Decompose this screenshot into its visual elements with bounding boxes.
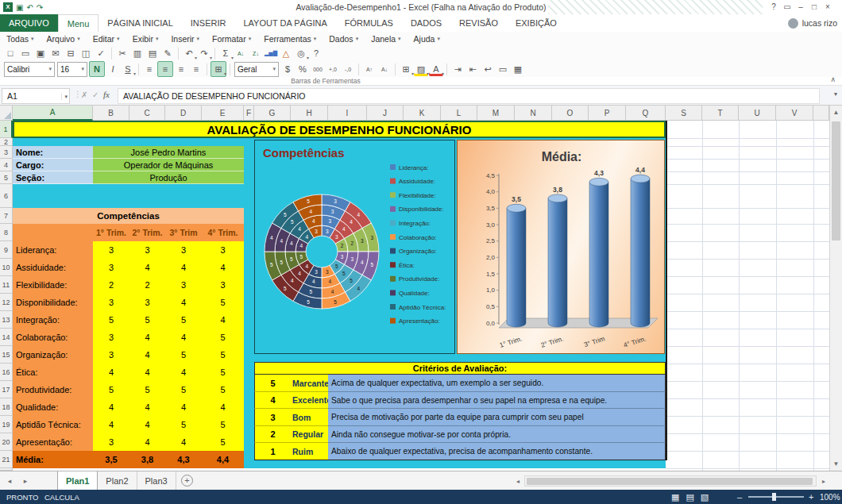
competencia-value-cell[interactable]: 3 (93, 346, 129, 364)
minimize-icon[interactable]: – (794, 1, 807, 13)
bold-icon[interactable]: N (89, 61, 105, 77)
trim-header-cell[interactable]: 4° Trim. (202, 224, 244, 241)
competencia-value-cell[interactable]: 4 (165, 364, 202, 381)
criteria-score-cell[interactable]: 1 (254, 443, 291, 460)
competencia-label-cell[interactable]: Aptidão Técnica: (13, 416, 93, 433)
competencia-value-cell[interactable]: 5 (165, 311, 202, 329)
competencia-value-cell[interactable]: 4 (129, 433, 165, 451)
criteria-name-cell[interactable]: Ruim (291, 443, 328, 460)
competencia-value-cell[interactable]: 4 (129, 329, 165, 346)
media-chart[interactable]: Média:0,00,51,01,52,02,53,03,54,04,53,51… (457, 140, 665, 354)
competencia-value-cell[interactable]: 5 (202, 364, 244, 381)
col-header-G[interactable]: G (254, 106, 291, 121)
zoom-in-icon[interactable]: + (809, 492, 813, 502)
zoom-slider[interactable] (748, 496, 804, 498)
chart-wizard-icon[interactable]: ▂▅▇ (264, 46, 278, 60)
ribbon-tab-f-rmulas[interactable]: FÓRMULAS (336, 14, 402, 32)
competencia-value-cell[interactable]: 4 (93, 364, 129, 381)
competencia-value-cell[interactable]: 5 (202, 346, 244, 364)
competencia-value-cell[interactable]: 5 (93, 381, 129, 398)
enter-icon[interactable]: ✓ (92, 90, 98, 99)
font-name-combo[interactable]: Calibri▾ (4, 62, 55, 77)
scroll-down-icon[interactable]: ▼ (830, 457, 842, 471)
help-icon[interactable]: ? (767, 1, 780, 13)
close-icon[interactable]: × (821, 1, 834, 13)
competencia-value-cell[interactable]: 4 (93, 416, 129, 433)
expand-formula-bar-icon[interactable]: ▾ (834, 90, 837, 98)
competencia-value-cell[interactable]: 5 (202, 294, 244, 311)
merge-center-icon[interactable]: ⊞▾ (210, 61, 226, 77)
competencia-value-cell[interactable]: 4 (202, 259, 244, 276)
col-header-U[interactable]: U (739, 106, 776, 121)
competencia-value-cell[interactable]: 3 (93, 433, 129, 451)
row-header-17[interactable]: 17 (0, 381, 13, 398)
media-label-cell[interactable]: Média: (13, 451, 93, 468)
competencias-header-cell[interactable]: Competências (13, 208, 244, 224)
zoom-level[interactable]: 100% (820, 493, 840, 502)
menu-exibir[interactable]: Exibir▾ (133, 34, 159, 44)
ribbon-display-options-icon[interactable]: ▭ (781, 1, 794, 13)
row-header-8[interactable]: 8 (0, 224, 13, 241)
competencia-value-cell[interactable]: 3 (93, 241, 129, 259)
sort-descending-icon[interactable]: Z↓ (249, 46, 263, 60)
competencia-value-cell[interactable]: 5 (165, 381, 202, 398)
zoom-out-icon[interactable]: – (737, 492, 742, 502)
sheet-title-cell[interactable]: AVALIAÇÃO DE DESEMPENHO FUNCIONÁRIO (13, 121, 666, 138)
competencia-value-cell[interactable]: 4 (202, 311, 244, 329)
decrease-decimal-icon[interactable]: -,0 (341, 62, 355, 76)
comment-icon[interactable]: ▭ (496, 62, 510, 76)
row-header-12[interactable]: 12 (0, 294, 13, 311)
row-header-14[interactable]: 14 (0, 329, 13, 346)
competencia-value-cell[interactable]: 5 (165, 346, 202, 364)
menu-janela[interactable]: Janela▾ (371, 34, 400, 44)
col-header-partial[interactable] (813, 106, 829, 121)
new-file-icon[interactable]: □ (3, 46, 17, 60)
menu-ferramentas[interactable]: Ferramentas▾ (264, 34, 316, 44)
competencia-value-cell[interactable]: 3 (165, 241, 202, 259)
info-value-cell[interactable]: José Pedro Martins (93, 146, 244, 159)
sheet-tab-plan2[interactable]: Plan2 (98, 471, 137, 490)
row-header-19[interactable]: 19 (0, 416, 13, 433)
row-header-10[interactable]: 10 (0, 259, 13, 276)
criteria-desc-cell[interactable]: Precisa de motivação por parte da equipe… (328, 409, 666, 426)
menu-formatar[interactable]: Formatar▾ (212, 34, 251, 44)
sort-ascending-icon[interactable]: A↓ (234, 46, 248, 60)
zoom-slider-thumb[interactable] (772, 493, 776, 501)
criteria-score-cell[interactable]: 2 (254, 426, 291, 443)
status-calc[interactable]: CALCULA (44, 493, 79, 502)
align-left-icon[interactable]: ≡ (142, 62, 156, 76)
align-right-icon[interactable]: ≡ (174, 62, 188, 76)
menu-dados[interactable]: Dados▾ (329, 34, 358, 44)
competencia-value-cell[interactable]: 4 (129, 346, 165, 364)
row-header-20[interactable]: 20 (0, 433, 13, 451)
competencia-value-cell[interactable]: 4 (202, 398, 244, 416)
competencia-label-cell[interactable]: Flexibilidade: (13, 276, 93, 294)
wrap-text-icon[interactable]: ↩ (481, 62, 495, 76)
col-header-M[interactable]: M (477, 106, 515, 121)
row-header-1[interactable]: 1 (0, 121, 13, 138)
tab-scroll-left-icon[interactable]: ◂ (3, 475, 16, 487)
row-header-13[interactable]: 13 (0, 311, 13, 329)
drawing-icon[interactable]: △ (279, 46, 293, 60)
competencia-value-cell[interactable]: 4 (165, 398, 202, 416)
competencia-value-cell[interactable]: 5 (202, 416, 244, 433)
email-icon[interactable]: ✉ (48, 46, 63, 60)
row-header-4[interactable]: 4 (0, 159, 13, 171)
competencia-label-cell[interactable]: Integração: (13, 311, 93, 329)
open-icon[interactable]: ▭ (18, 46, 33, 60)
select-all-corner[interactable] (0, 106, 13, 121)
row-header-7[interactable]: 7 (0, 208, 13, 224)
competencia-value-cell[interactable]: 5 (202, 381, 244, 398)
align-center-icon[interactable]: ≡ (157, 61, 173, 77)
sheet-tab-plan3[interactable]: Plan3 (137, 471, 176, 490)
col-header-I[interactable]: I (328, 106, 367, 121)
competencia-label-cell[interactable]: Colaboração: (13, 329, 93, 346)
trim-header-cell[interactable]: 1° Trim. (93, 224, 129, 241)
competencias-corner-cell[interactable] (13, 224, 93, 241)
paste-icon[interactable]: ▤ (145, 46, 160, 60)
redo-icon[interactable]: ↷▾ (197, 46, 211, 60)
underline-icon[interactable]: S▾ (121, 62, 135, 76)
col-header-B[interactable]: B (93, 106, 129, 121)
tab-scroll-right-icon[interactable]: ▸ (19, 475, 32, 487)
page-layout-view-icon[interactable]: ▤ (686, 491, 693, 503)
